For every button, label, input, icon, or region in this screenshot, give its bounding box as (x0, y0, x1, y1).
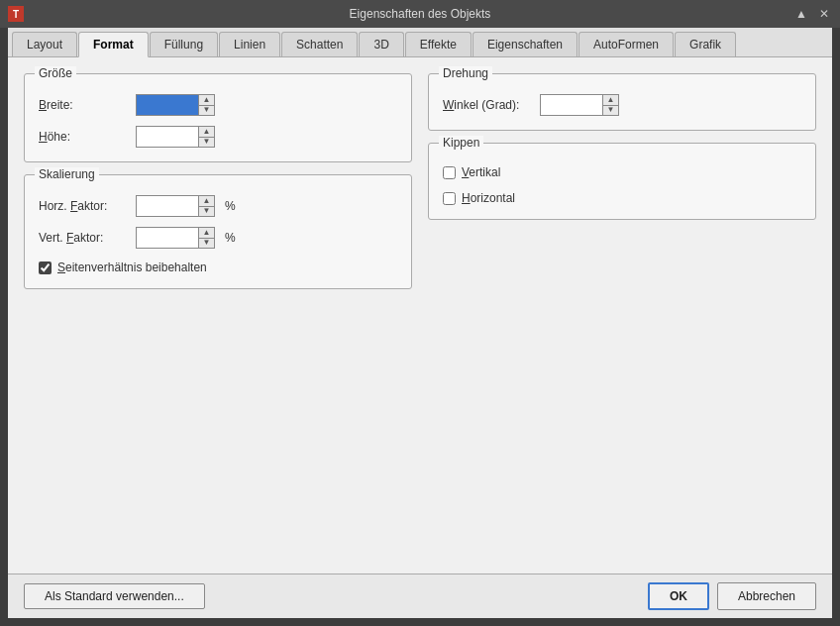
hoehe-spin-up[interactable]: ▲ (199, 127, 214, 138)
title-bar-title: Eigenschaften des Objekts (350, 7, 491, 21)
vert-unit: % (225, 231, 236, 245)
vert-spin-buttons: ▲ ▼ (198, 228, 214, 248)
winkel-spin-up[interactable]: ▲ (603, 95, 618, 106)
breite-label: Breite: (39, 98, 128, 112)
ok-button[interactable]: OK (648, 582, 709, 610)
breite-spin-buttons: ▲ ▼ (198, 95, 214, 115)
app-icon: T (8, 6, 24, 22)
hoehe-spinbox[interactable]: 7,6 cm ▲ ▼ (136, 126, 215, 148)
breite-spin-down[interactable]: ▼ (199, 106, 214, 116)
hoehe-spin-buttons: ▲ ▼ (198, 127, 214, 147)
breite-row: Breite: 19 cm ▲ ▼ (39, 94, 397, 116)
tab-3d[interactable]: 3D (359, 32, 403, 56)
horz-spinbox[interactable]: 575 ▲ ▼ (136, 195, 215, 217)
right-panel: Drehung Winkel (Grad): 0 ▲ ▼ (428, 73, 816, 558)
hoehe-row: Höhe: 7,6 cm ▲ ▼ (39, 126, 397, 148)
horz-label: Horz. Faktor: (39, 199, 128, 213)
left-panel: Größe Breite: 19 cm ▲ ▼ (24, 73, 412, 558)
skalierung-title: Skalierung (35, 167, 99, 181)
minimize-button[interactable]: ▲ (792, 7, 810, 21)
seitenverhaeltnis-checkbox[interactable] (39, 261, 52, 274)
skalierung-group: Skalierung Horz. Faktor: 575 ▲ ▼ % (24, 174, 412, 289)
vertikal-checkbox[interactable] (443, 166, 456, 179)
breite-spin-up[interactable]: ▲ (199, 95, 214, 106)
tab-content: Größe Breite: 19 cm ▲ ▼ (8, 57, 832, 574)
bottom-bar: Als Standard verwenden... OK Abbrechen (8, 574, 832, 618)
title-bar: T Eigenschaften des Objekts ▲ ✕ (0, 0, 840, 28)
groesse-group: Größe Breite: 19 cm ▲ ▼ (24, 73, 412, 162)
seitenverhaeltnis-label: Seitenverhältnis beibehalten (57, 261, 207, 274)
tab-schatten[interactable]: Schatten (281, 32, 358, 56)
vertikal-label: Vertikal (462, 165, 500, 179)
winkel-label: Winkel (Grad): (443, 98, 532, 112)
kippen-title: Kippen (439, 136, 483, 150)
cancel-button[interactable]: Abbrechen (717, 582, 816, 610)
horz-spin-buttons: ▲ ▼ (198, 196, 214, 216)
default-button[interactable]: Als Standard verwenden... (24, 583, 205, 609)
tab-fuellung[interactable]: Füllung (150, 32, 218, 56)
bottom-right-buttons: OK Abbrechen (648, 582, 816, 610)
hoehe-input[interactable]: 7,6 cm (137, 127, 198, 147)
tab-grafik[interactable]: Grafik (675, 32, 736, 56)
vertikal-row: Vertikal (443, 165, 801, 179)
horizontal-label: Horizontal (462, 191, 515, 205)
breite-input[interactable]: 19 cm (137, 95, 198, 115)
tab-eigenschaften[interactable]: Eigenschaften (472, 32, 578, 56)
horizontal-checkbox[interactable] (443, 192, 456, 205)
vert-spinbox[interactable]: 575 ▲ ▼ (136, 227, 215, 249)
drehung-title: Drehung (439, 66, 492, 80)
panels-row: Größe Breite: 19 cm ▲ ▼ (24, 73, 816, 558)
tab-format[interactable]: Format (78, 32, 149, 57)
close-button[interactable]: ✕ (816, 7, 832, 21)
winkel-row: Winkel (Grad): 0 ▲ ▼ (443, 94, 801, 116)
tab-bar: Layout Format Füllung Linien Schatten 3D… (8, 28, 832, 57)
seitenverhaeltnis-row: Seitenverhältnis beibehalten (39, 261, 397, 274)
vert-spin-down[interactable]: ▼ (199, 239, 214, 249)
winkel-spin-down[interactable]: ▼ (603, 106, 618, 116)
horz-unit: % (225, 199, 236, 213)
vert-row: Vert. Faktor: 575 ▲ ▼ % (39, 227, 397, 249)
horz-spin-up[interactable]: ▲ (199, 196, 214, 207)
winkel-input[interactable]: 0 (541, 95, 602, 115)
winkel-spin-buttons: ▲ ▼ (602, 95, 618, 115)
vert-label: Vert. Faktor: (39, 231, 128, 245)
dialog: Layout Format Füllung Linien Schatten 3D… (8, 28, 832, 618)
horz-row: Horz. Faktor: 575 ▲ ▼ % (39, 195, 397, 217)
breite-spinbox[interactable]: 19 cm ▲ ▼ (136, 94, 215, 116)
horz-input[interactable]: 575 (137, 196, 198, 216)
groesse-title: Größe (35, 66, 76, 80)
vert-spin-up[interactable]: ▲ (199, 228, 214, 239)
horz-spin-down[interactable]: ▼ (199, 207, 214, 217)
hoehe-label: Höhe: (39, 130, 128, 144)
winkel-spinbox[interactable]: 0 ▲ ▼ (540, 94, 619, 116)
tab-layout[interactable]: Layout (12, 32, 77, 56)
kippen-group: Kippen Vertikal Horizontal (428, 143, 816, 220)
horizontal-row: Horizontal (443, 191, 801, 205)
hoehe-spin-down[interactable]: ▼ (199, 138, 214, 148)
tab-autoformen[interactable]: AutoFormen (578, 32, 674, 56)
drehung-group: Drehung Winkel (Grad): 0 ▲ ▼ (428, 73, 816, 131)
tab-effekte[interactable]: Effekte (405, 32, 472, 56)
tab-linien[interactable]: Linien (219, 32, 280, 56)
vert-input[interactable]: 575 (137, 228, 198, 248)
